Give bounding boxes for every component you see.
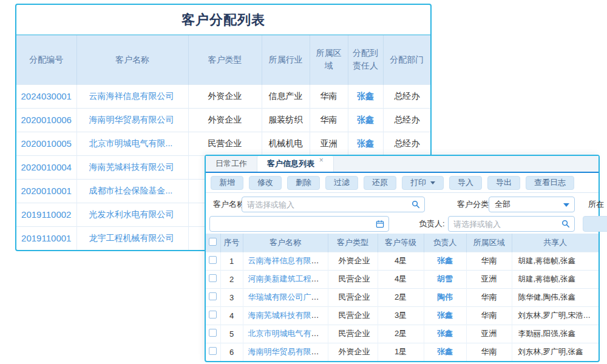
owner-link[interactable]: 张鑫 [437,347,453,356]
department-cell: 总经办 [383,108,430,132]
view-log-button[interactable]: 查看日志 [526,176,574,190]
owner-link[interactable]: 张鑫 [357,138,374,148]
customer-info-panel: 日常工作 客户信息列表 × 新增 修改 删除 过滤 还原 打印 导入 导出 查看… [205,155,600,362]
customer-name-link[interactable]: 北京市明城电气有限公司 [248,329,328,338]
customer-name-link[interactable]: 光发水利水电有限公司 [89,209,174,219]
filter-button[interactable]: 过滤 [325,176,358,190]
customer-category-select[interactable]: 全部 [489,197,575,212]
import-button[interactable]: 导入 [449,176,482,190]
customer-category-filter-label: 客户分类: [457,197,491,212]
column-header-owner: 分配到责任人 [348,35,383,84]
customer-name-link[interactable]: 云南海祥信息有限公司 [248,256,327,265]
index-cell: 3 [220,288,243,306]
column-header-alloc-id: 分配编号 [16,35,76,84]
row-checkbox[interactable] [209,256,217,264]
search-icon[interactable] [561,220,570,228]
owner-link[interactable]: 张鑫 [357,91,374,101]
owner-link[interactable]: 胡雪 [437,274,453,283]
date-input[interactable] [210,217,388,231]
filter-label-cutoff: 所在 [588,197,604,212]
column-header-customer-name: 客户名称 [76,35,188,84]
table-row: 6 海南明华贸易有限公司 外资企业 1星 张鑫 华南 刘东林,罗广明,张鑫 [206,343,599,361]
customer-type-cell: 民营企业 [328,270,378,288]
export-button[interactable]: 导出 [487,176,520,190]
select-all-checkbox[interactable] [209,238,217,246]
column-header-customer-type: 客户类型 [328,234,378,252]
customer-type-cell: 民营企业 [328,325,378,343]
customer-name-link[interactable]: 海南明华贸易有限公司 [248,347,327,356]
index-cell: 6 [220,343,243,361]
column-header-customer-type: 客户类型 [188,35,262,84]
customer-level-cell: 3星 [378,306,424,325]
customer-type-cell: 民营企业 [328,288,378,306]
toolbar: 新增 修改 删除 过滤 还原 打印 导入 导出 查看日志 [206,173,599,193]
customer-level-cell: 1星 [378,343,424,361]
date-filter-box [209,216,389,232]
search-icon[interactable] [412,200,420,209]
shared-cell: 胡建,蒋德帧,张鑫 [512,252,599,270]
customer-name-link[interactable]: 龙宇工程机械有限公司 [89,233,174,243]
customer-name-link[interactable]: 云南海祥信息有限公司 [89,91,174,101]
close-icon[interactable]: × [319,156,324,164]
restore-button[interactable]: 还原 [364,176,396,190]
customer-name-link[interactable]: 成都市社会保险基金... [89,186,173,195]
owner-filter-box [448,216,575,232]
add-button[interactable]: 新增 [211,176,243,190]
region-cell: 亚洲 [310,132,348,155]
allocation-id-link[interactable]: 2020010001 [21,186,72,196]
region-cell: 华南 [466,288,512,306]
shared-cell: 刘东林,罗广明,宋浩然,张鑫 [512,306,599,325]
customer-name-link[interactable]: 海南明华贸易有限公司 [89,115,174,124]
tab-daily-work[interactable]: 日常工作 [206,156,257,172]
calendar-icon[interactable] [376,220,384,228]
column-header-industry: 所属行业 [262,35,310,84]
search-button-fragment[interactable] [583,216,607,232]
industry-cell: 机械机电 [262,132,310,155]
shared-cell: 陈华健,陶伟,张鑫 [512,288,599,306]
customer-level-cell: 4星 [378,252,424,270]
customer-table: 序号 客户名称 客户类型 客户等级 负责人 所属区域 共享人 1 云南海祥信息有… [206,234,599,361]
region-cell: 华南 [310,84,348,108]
row-checkbox[interactable] [209,329,217,337]
print-button[interactable]: 打印 [402,176,444,190]
industry-cell: 信息产业 [262,84,310,108]
customer-name-link[interactable]: 华瑞城有限公司广告设计部 [248,292,328,302]
owner-link[interactable]: 陶伟 [437,292,453,302]
region-cell: 华南 [466,343,512,361]
owner-input[interactable] [449,217,574,231]
edit-button[interactable]: 修改 [249,176,282,190]
row-checkbox[interactable] [209,292,217,300]
tab-customer-info-list[interactable]: 客户信息列表 × [257,156,334,172]
customer-name-link[interactable]: 海南芜城科技有限公司 [89,162,174,172]
customer-name-link[interactable]: 海南芜城科技有限公司 [248,311,327,320]
customer-name-input[interactable] [242,197,424,212]
customer-header-row: 序号 客户名称 客户类型 客户等级 负责人 所属区域 共享人 [206,234,599,252]
customer-name-link[interactable]: 北京市明城电气有限... [89,138,173,148]
allocation-id-link[interactable]: 2019110002 [21,209,71,220]
delete-button[interactable]: 删除 [287,176,320,190]
row-checkbox[interactable] [209,311,217,318]
index-cell: 5 [220,325,243,343]
dropdown-arrow-icon [563,203,569,207]
column-header-customer-level: 客户等级 [378,234,424,252]
customer-level-cell: 4星 [378,270,424,288]
owner-link[interactable]: 张鑫 [437,256,453,265]
shared-cell: 李勤丽,阳强,张鑫 [512,325,599,343]
customer-type-cell: 外资企业 [188,84,262,108]
customer-name-link[interactable]: 河南美新建筑工程公司 [248,274,327,283]
allocation-id-link[interactable]: 2020010005 [21,138,72,149]
row-checkbox[interactable] [209,347,217,355]
allocation-id-link[interactable]: 2020010006 [21,115,72,125]
owner-link[interactable]: 张鑫 [437,329,453,338]
table-row: 2020010006 海南明华贸易有限公司 外资企业 服装纺织 华南 张鑫 总经… [16,108,430,132]
table-row: 3 华瑞城有限公司广告设计部 民营企业 2星 陶伟 华南 陈华健,陶伟,张鑫 [206,288,599,306]
allocation-id-link[interactable]: 2020010004 [21,162,72,172]
owner-link[interactable]: 张鑫 [357,115,374,124]
allocation-id-link[interactable]: 2024030001 [21,91,72,101]
allocation-id-link[interactable]: 2019110001 [21,233,71,243]
page: 客户分配列表 分配编号 客户名称 客户类型 所属行业 所属区域 分配到责任人 分… [0,0,607,364]
row-checkbox[interactable] [209,274,217,282]
selected-category-value: 全部 [495,200,510,209]
region-cell: 亚洲 [466,325,512,343]
owner-link[interactable]: 张鑫 [437,311,453,320]
